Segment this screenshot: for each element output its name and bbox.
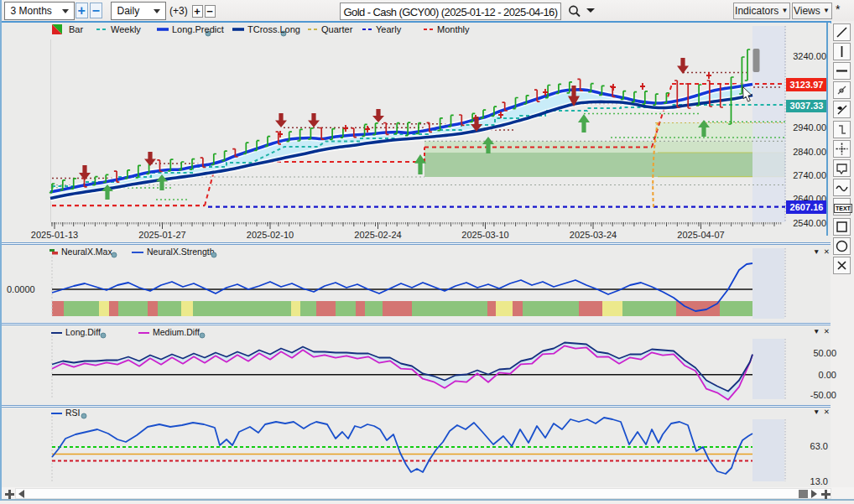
svg-text:2025-03-24: 2025-03-24 (570, 230, 617, 240)
svg-text:Bar: Bar (69, 24, 83, 34)
svg-text:Yearly: Yearly (376, 24, 402, 34)
svg-text:2025-02-10: 2025-02-10 (247, 230, 294, 240)
svg-text:Long.Predict: Long.Predict (172, 24, 224, 34)
svg-text:Monthly: Monthly (437, 24, 470, 34)
svg-text:2025-04-07: 2025-04-07 (677, 230, 724, 240)
svg-text:2025-01-13: 2025-01-13 (31, 230, 78, 240)
svg-text:Long.Diff: Long.Diff (65, 327, 101, 337)
svg-text:Weekly: Weekly (111, 24, 141, 34)
svg-text:RSI: RSI (65, 408, 81, 418)
svg-text:TCross.Long: TCross.Long (247, 24, 300, 34)
svg-text:2025-02-24: 2025-02-24 (354, 230, 401, 240)
svg-text:NeuralX.Strength: NeuralX.Strength (147, 247, 215, 257)
svg-text:2025-01-27: 2025-01-27 (138, 230, 185, 240)
svg-text:2025-03-10: 2025-03-10 (461, 230, 508, 240)
svg-text:Medium.Diff: Medium.Diff (153, 327, 200, 337)
svg-text:Quarter: Quarter (321, 24, 353, 34)
svg-text:NeuralX.Max: NeuralX.Max (61, 247, 112, 257)
